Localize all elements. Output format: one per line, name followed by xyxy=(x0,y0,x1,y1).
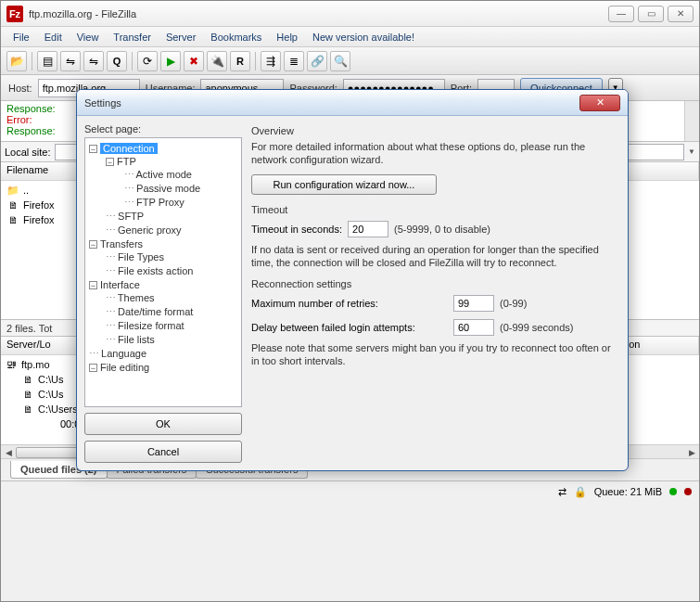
menu-transfer[interactable]: Transfer xyxy=(107,30,158,45)
reconnection-desc: Please note that some servers might ban … xyxy=(251,341,617,368)
overview-label: Overview xyxy=(251,125,617,136)
dialog-right-panel: Overview For more detailed information a… xyxy=(248,123,620,463)
status-led-red xyxy=(684,488,692,495)
settings-dialog: Settings ✕ Select page: −Connection −FTP… xyxy=(76,89,629,471)
timeout-seconds-label: Timeout in seconds: xyxy=(251,224,342,235)
tree-language[interactable]: ⋯ Language xyxy=(87,347,239,361)
minimize-button[interactable]: — xyxy=(608,6,634,22)
statusbar: ⇄ 🔒 Queue: 21 MiB xyxy=(1,481,699,502)
tree-filesize[interactable]: ⋯ Filesize format xyxy=(87,319,239,333)
cancel-button[interactable]: Cancel xyxy=(84,441,242,463)
toggle-local-tree-icon[interactable]: ⇋ xyxy=(60,51,81,71)
retries-label: Maximum number of retries: xyxy=(251,298,448,309)
tree-sftp[interactable]: ⋯ SFTP xyxy=(87,210,239,224)
menu-server[interactable]: Server xyxy=(159,30,202,45)
status-led-green xyxy=(669,488,677,495)
tree-ftp[interactable]: −FTP xyxy=(87,155,239,168)
cancel-icon[interactable]: ✖ xyxy=(184,51,204,71)
tree-file-exists[interactable]: ⋯ File exists action xyxy=(87,264,239,278)
menubar: File Edit View Transfer Server Bookmarks… xyxy=(1,27,699,47)
timeout-input[interactable] xyxy=(348,221,388,237)
file-icon: 🗎 xyxy=(21,388,34,401)
refresh-icon[interactable]: ⟳ xyxy=(137,51,158,71)
log-scrollbar[interactable] xyxy=(684,101,699,141)
process-queue-icon[interactable]: ▶ xyxy=(160,51,181,71)
settings-tree[interactable]: −Connection −FTP ⋯ Active mode ⋯ Passive… xyxy=(84,137,242,407)
toggle-queue-icon[interactable]: Q xyxy=(107,51,127,71)
timeout-desc: If no data is sent or received during an… xyxy=(251,243,617,270)
toolbar: 📂 ▤ ⇋ ⇋ Q ⟳ ▶ ✖ 🔌 R ⇶ ≣ 🔗 🔍 xyxy=(1,47,699,75)
dropdown-icon[interactable]: ▼ xyxy=(688,147,695,156)
file-icon: 🗎 xyxy=(21,373,34,386)
menu-help[interactable]: Help xyxy=(270,30,304,45)
toggle-remote-tree-icon[interactable]: ⇋ xyxy=(83,51,104,71)
local-site-label: Local site: xyxy=(5,147,51,158)
tree-connection[interactable]: −Connection xyxy=(87,142,239,155)
filter-icon[interactable]: ⇶ xyxy=(261,51,281,71)
maximize-button[interactable]: ▭ xyxy=(638,6,664,22)
ok-button[interactable]: OK xyxy=(84,413,242,435)
dialog-title: Settings xyxy=(84,97,579,109)
reconnection-label: Reconnection settings xyxy=(251,278,617,289)
tree-active-mode[interactable]: ⋯ Active mode xyxy=(87,168,239,182)
delay-input[interactable] xyxy=(453,319,494,336)
file-icon: 🗎 xyxy=(6,213,19,226)
timeout-label: Timeout xyxy=(251,204,617,215)
menu-view[interactable]: View xyxy=(70,30,106,45)
timeout-range: (5-9999, 0 to disable) xyxy=(394,224,490,235)
tree-ftp-proxy[interactable]: ⋯ FTP Proxy xyxy=(87,196,239,210)
dialog-left-panel: Select page: −Connection −FTP ⋯ Active m… xyxy=(84,123,242,463)
overview-desc: For more detailed information about what… xyxy=(251,140,617,167)
tree-file-editing[interactable]: −File editing xyxy=(87,361,239,374)
tree-datetime[interactable]: ⋯ Date/time format xyxy=(87,305,239,319)
host-label: Host: xyxy=(8,83,32,94)
network-icon: ⇄ xyxy=(558,486,566,498)
site-manager-icon[interactable]: 📂 xyxy=(6,51,27,71)
sync-browse-icon[interactable]: 🔗 xyxy=(307,51,327,71)
retries-range: (0-99) xyxy=(500,298,527,309)
reconnect-icon[interactable]: R xyxy=(230,51,250,71)
delay-range: (0-999 seconds) xyxy=(500,322,574,333)
menu-new-version[interactable]: New version available! xyxy=(306,30,421,45)
tree-themes[interactable]: ⋯ Themes xyxy=(87,291,239,305)
close-button[interactable]: ✕ xyxy=(668,6,694,22)
menu-bookmarks[interactable]: Bookmarks xyxy=(204,30,268,45)
delay-label: Delay between failed login attempts: xyxy=(251,322,448,333)
folder-icon: 📁 xyxy=(6,184,19,197)
toggle-log-icon[interactable]: ▤ xyxy=(37,51,57,71)
server-icon: 🖳 xyxy=(5,358,18,371)
disconnect-icon[interactable]: 🔌 xyxy=(207,51,227,71)
menu-edit[interactable]: Edit xyxy=(38,30,69,45)
retries-input[interactable] xyxy=(453,295,494,312)
window-controls: — ▭ ✕ xyxy=(608,6,694,22)
lock-icon: 🔒 xyxy=(574,486,587,498)
select-page-label: Select page: xyxy=(84,123,242,134)
search-icon[interactable]: 🔍 xyxy=(330,51,350,71)
tree-interface[interactable]: −Interface xyxy=(87,278,239,291)
tree-file-types[interactable]: ⋯ File Types xyxy=(87,250,239,264)
compare-icon[interactable]: ≣ xyxy=(284,51,304,71)
dialog-titlebar: Settings ✕ xyxy=(77,90,628,116)
queue-status: Queue: 21 MiB xyxy=(594,486,662,497)
app-icon: Fz xyxy=(6,6,23,22)
tree-passive-mode[interactable]: ⋯ Passive mode xyxy=(87,182,239,196)
file-icon: 🗎 xyxy=(21,403,34,416)
dialog-close-button[interactable]: ✕ xyxy=(579,95,620,111)
scroll-left-icon[interactable]: ◀ xyxy=(1,445,16,460)
titlebar: Fz ftp.mozilla.org - FileZilla — ▭ ✕ xyxy=(1,1,699,27)
menu-file[interactable]: File xyxy=(6,30,36,45)
window-title: ftp.mozilla.org - FileZilla xyxy=(29,8,608,19)
run-wizard-button[interactable]: Run configuration wizard now... xyxy=(251,174,437,195)
file-icon: 🗎 xyxy=(6,199,19,211)
tree-transfers[interactable]: −Transfers xyxy=(87,237,239,250)
tree-file-lists[interactable]: ⋯ File lists xyxy=(87,333,239,347)
tree-generic-proxy[interactable]: ⋯ Generic proxy xyxy=(87,224,239,237)
scroll-right-icon[interactable]: ▶ xyxy=(684,445,699,460)
